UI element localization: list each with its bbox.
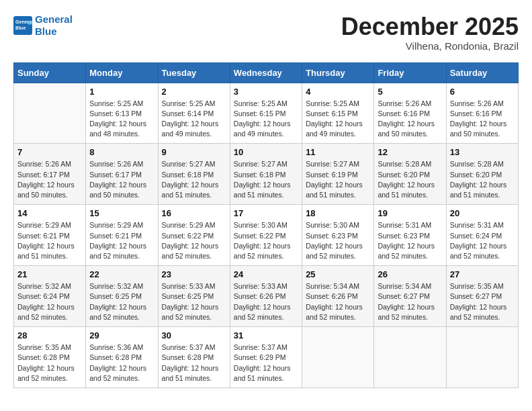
- day-number: 24: [234, 269, 298, 279]
- calendar-week-row: 14Sunrise: 5:29 AM Sunset: 6:21 PM Dayli…: [14, 205, 519, 266]
- day-info: Sunrise: 5:36 AM Sunset: 6:28 PM Dayligh…: [89, 342, 154, 383]
- logo-text-line2: Blue: [35, 26, 73, 38]
- calendar-cell: 15Sunrise: 5:29 AM Sunset: 6:21 PM Dayli…: [86, 205, 158, 266]
- calendar-cell: 22Sunrise: 5:32 AM Sunset: 6:25 PM Dayli…: [86, 266, 158, 327]
- day-info: Sunrise: 5:25 AM Sunset: 6:15 PM Dayligh…: [234, 99, 298, 140]
- calendar-cell: 7Sunrise: 5:26 AM Sunset: 6:17 PM Daylig…: [14, 144, 86, 205]
- calendar-cell: 6Sunrise: 5:26 AM Sunset: 6:16 PM Daylig…: [446, 83, 518, 144]
- day-number: 13: [450, 147, 515, 157]
- logo: General Blue General Blue: [13, 13, 73, 38]
- day-number: 1: [89, 87, 154, 97]
- day-info: Sunrise: 5:35 AM Sunset: 6:28 PM Dayligh…: [17, 342, 82, 383]
- calendar-cell: 8Sunrise: 5:26 AM Sunset: 6:17 PM Daylig…: [86, 144, 158, 205]
- day-info: Sunrise: 5:27 AM Sunset: 6:18 PM Dayligh…: [234, 159, 298, 200]
- calendar-cell: [14, 83, 86, 144]
- weekday-header-saturday: Saturday: [446, 62, 518, 83]
- calendar-week-row: 1Sunrise: 5:25 AM Sunset: 6:13 PM Daylig…: [14, 83, 519, 144]
- calendar-cell: 23Sunrise: 5:33 AM Sunset: 6:25 PM Dayli…: [158, 266, 230, 327]
- day-info: Sunrise: 5:30 AM Sunset: 6:22 PM Dayligh…: [234, 220, 298, 261]
- day-info: Sunrise: 5:37 AM Sunset: 6:29 PM Dayligh…: [234, 342, 298, 383]
- calendar-cell: 3Sunrise: 5:25 AM Sunset: 6:15 PM Daylig…: [230, 83, 302, 144]
- calendar-cell: 31Sunrise: 5:37 AM Sunset: 6:29 PM Dayli…: [230, 327, 302, 388]
- calendar-cell: 2Sunrise: 5:25 AM Sunset: 6:14 PM Daylig…: [158, 83, 230, 144]
- calendar-cell: 28Sunrise: 5:35 AM Sunset: 6:28 PM Dayli…: [14, 327, 86, 388]
- weekday-header-friday: Friday: [374, 62, 446, 83]
- calendar-week-row: 28Sunrise: 5:35 AM Sunset: 6:28 PM Dayli…: [14, 327, 519, 388]
- month-title: December 2025: [341, 13, 519, 40]
- calendar-cell: 18Sunrise: 5:30 AM Sunset: 6:23 PM Dayli…: [302, 205, 374, 266]
- calendar-cell: 24Sunrise: 5:33 AM Sunset: 6:26 PM Dayli…: [230, 266, 302, 327]
- day-number: 15: [89, 208, 154, 218]
- day-info: Sunrise: 5:34 AM Sunset: 6:27 PM Dayligh…: [378, 281, 442, 322]
- day-info: Sunrise: 5:28 AM Sunset: 6:20 PM Dayligh…: [378, 159, 442, 200]
- calendar-table: SundayMondayTuesdayWednesdayThursdayFrid…: [13, 62, 519, 388]
- weekday-header-sunday: Sunday: [14, 62, 86, 83]
- weekday-header-tuesday: Tuesday: [158, 62, 230, 83]
- day-number: 25: [306, 269, 370, 279]
- calendar-cell: 25Sunrise: 5:34 AM Sunset: 6:26 PM Dayli…: [302, 266, 374, 327]
- day-info: Sunrise: 5:26 AM Sunset: 6:17 PM Dayligh…: [89, 159, 154, 200]
- calendar-week-row: 7Sunrise: 5:26 AM Sunset: 6:17 PM Daylig…: [14, 144, 519, 205]
- logo-icon: General Blue: [13, 16, 32, 35]
- day-number: 27: [450, 269, 515, 279]
- day-number: 11: [306, 147, 370, 157]
- day-info: Sunrise: 5:34 AM Sunset: 6:26 PM Dayligh…: [306, 281, 370, 322]
- day-info: Sunrise: 5:31 AM Sunset: 6:23 PM Dayligh…: [378, 220, 442, 261]
- location-text: Vilhena, Rondonia, Brazil: [341, 40, 519, 52]
- day-info: Sunrise: 5:28 AM Sunset: 6:20 PM Dayligh…: [450, 159, 515, 200]
- day-number: 21: [17, 269, 82, 279]
- calendar-cell: 17Sunrise: 5:30 AM Sunset: 6:22 PM Dayli…: [230, 205, 302, 266]
- day-number: 16: [162, 208, 226, 218]
- title-area: December 2025 Vilhena, Rondonia, Brazil: [341, 13, 519, 52]
- day-number: 14: [17, 208, 82, 218]
- day-number: 18: [306, 208, 370, 218]
- day-number: 19: [378, 208, 442, 218]
- day-info: Sunrise: 5:26 AM Sunset: 6:16 PM Dayligh…: [378, 99, 442, 140]
- weekday-header-wednesday: Wednesday: [230, 62, 302, 83]
- day-info: Sunrise: 5:37 AM Sunset: 6:28 PM Dayligh…: [162, 342, 226, 383]
- calendar-cell: 30Sunrise: 5:37 AM Sunset: 6:28 PM Dayli…: [158, 327, 230, 388]
- calendar-cell: 19Sunrise: 5:31 AM Sunset: 6:23 PM Dayli…: [374, 205, 446, 266]
- day-info: Sunrise: 5:29 AM Sunset: 6:21 PM Dayligh…: [17, 220, 82, 261]
- day-number: 3: [234, 87, 298, 97]
- calendar-cell: 1Sunrise: 5:25 AM Sunset: 6:13 PM Daylig…: [86, 83, 158, 144]
- calendar-cell: 29Sunrise: 5:36 AM Sunset: 6:28 PM Dayli…: [86, 327, 158, 388]
- calendar-cell: 26Sunrise: 5:34 AM Sunset: 6:27 PM Dayli…: [374, 266, 446, 327]
- day-info: Sunrise: 5:29 AM Sunset: 6:22 PM Dayligh…: [162, 220, 226, 261]
- calendar-cell: 11Sunrise: 5:27 AM Sunset: 6:19 PM Dayli…: [302, 144, 374, 205]
- day-number: 20: [450, 208, 515, 218]
- calendar-cell: 4Sunrise: 5:25 AM Sunset: 6:15 PM Daylig…: [302, 83, 374, 144]
- calendar-cell: 21Sunrise: 5:32 AM Sunset: 6:24 PM Dayli…: [14, 266, 86, 327]
- day-info: Sunrise: 5:27 AM Sunset: 6:18 PM Dayligh…: [162, 159, 226, 200]
- day-number: 8: [89, 147, 154, 157]
- day-info: Sunrise: 5:29 AM Sunset: 6:21 PM Dayligh…: [89, 220, 154, 261]
- day-number: 26: [378, 269, 442, 279]
- day-number: 2: [162, 87, 226, 97]
- weekday-header-thursday: Thursday: [302, 62, 374, 83]
- day-info: Sunrise: 5:32 AM Sunset: 6:24 PM Dayligh…: [17, 281, 82, 322]
- day-number: 22: [89, 269, 154, 279]
- day-info: Sunrise: 5:31 AM Sunset: 6:24 PM Dayligh…: [450, 220, 515, 261]
- calendar-cell: 9Sunrise: 5:27 AM Sunset: 6:18 PM Daylig…: [158, 144, 230, 205]
- calendar-cell: 13Sunrise: 5:28 AM Sunset: 6:20 PM Dayli…: [446, 144, 518, 205]
- day-info: Sunrise: 5:33 AM Sunset: 6:25 PM Dayligh…: [162, 281, 226, 322]
- day-number: 28: [17, 330, 82, 340]
- day-info: Sunrise: 5:26 AM Sunset: 6:16 PM Dayligh…: [450, 99, 515, 140]
- calendar-cell: 20Sunrise: 5:31 AM Sunset: 6:24 PM Dayli…: [446, 205, 518, 266]
- day-number: 23: [162, 269, 226, 279]
- day-number: 30: [162, 330, 226, 340]
- calendar-cell: [374, 327, 446, 388]
- calendar-cell: 14Sunrise: 5:29 AM Sunset: 6:21 PM Dayli…: [14, 205, 86, 266]
- day-info: Sunrise: 5:25 AM Sunset: 6:13 PM Dayligh…: [89, 99, 154, 140]
- day-number: 9: [162, 147, 226, 157]
- weekday-header-monday: Monday: [86, 62, 158, 83]
- weekday-header-row: SundayMondayTuesdayWednesdayThursdayFrid…: [14, 62, 519, 83]
- day-info: Sunrise: 5:27 AM Sunset: 6:19 PM Dayligh…: [306, 159, 370, 200]
- calendar-cell: [446, 327, 518, 388]
- logo-text-line1: General: [35, 13, 73, 26]
- day-info: Sunrise: 5:25 AM Sunset: 6:15 PM Dayligh…: [306, 99, 370, 140]
- day-number: 17: [234, 208, 298, 218]
- day-info: Sunrise: 5:33 AM Sunset: 6:26 PM Dayligh…: [234, 281, 298, 322]
- calendar-cell: 16Sunrise: 5:29 AM Sunset: 6:22 PM Dayli…: [158, 205, 230, 266]
- day-number: 29: [89, 330, 154, 340]
